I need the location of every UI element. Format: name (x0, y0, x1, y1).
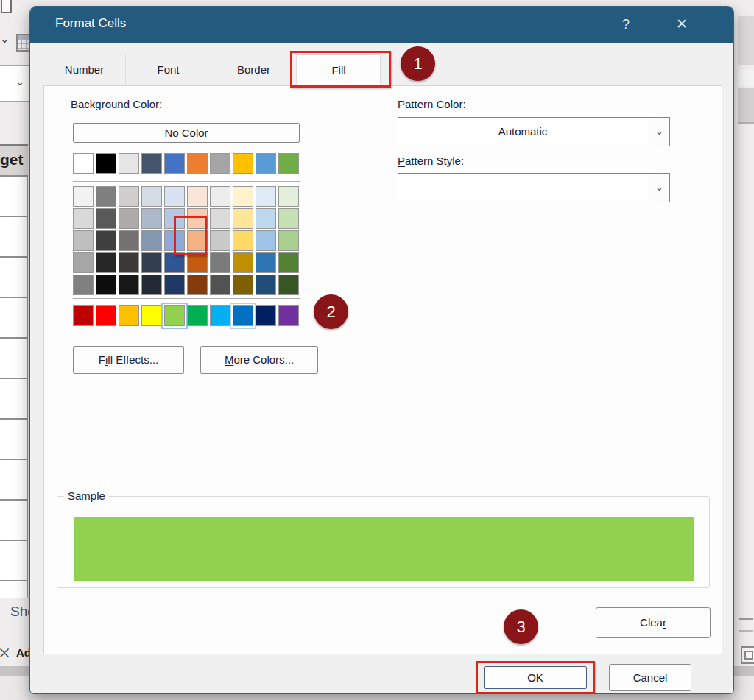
color-swatch[interactable] (141, 230, 162, 251)
color-swatch[interactable] (73, 230, 94, 251)
color-swatch[interactable] (141, 252, 162, 273)
color-swatch[interactable] (141, 208, 162, 229)
color-swatch[interactable] (164, 275, 185, 295)
color-swatch[interactable] (119, 275, 139, 295)
color-swatch[interactable] (119, 153, 139, 174)
color-swatch[interactable] (73, 186, 94, 207)
color-swatch[interactable] (119, 208, 139, 229)
color-swatch[interactable] (256, 305, 276, 326)
color-swatch[interactable] (278, 208, 299, 229)
color-swatch[interactable] (278, 305, 299, 326)
step-badge-3: 3 (504, 609, 538, 644)
color-swatch[interactable] (233, 275, 253, 295)
color-swatch[interactable] (96, 252, 116, 273)
color-swatch[interactable] (187, 275, 208, 295)
scrollbar-fragment[interactable] (739, 618, 753, 620)
color-swatch[interactable] (164, 153, 185, 174)
color-swatch[interactable] (278, 186, 299, 207)
tab-number[interactable]: Number (43, 54, 126, 87)
color-swatch[interactable] (141, 275, 162, 295)
color-swatch[interactable] (233, 305, 253, 326)
color-swatch[interactable] (256, 275, 276, 295)
more-colors-button[interactable]: More Colors... (200, 346, 318, 374)
pattern-style-label: Pattern Style: (398, 155, 464, 167)
color-swatch[interactable] (119, 230, 139, 251)
color-swatch[interactable] (164, 186, 185, 207)
color-swatch[interactable] (210, 208, 230, 229)
color-swatch[interactable] (278, 153, 299, 174)
color-swatch[interactable] (141, 153, 162, 174)
color-swatch[interactable] (278, 275, 299, 295)
color-swatch[interactable] (187, 252, 208, 273)
color-swatch[interactable] (233, 153, 253, 174)
close-icon[interactable]: ✕ (669, 14, 694, 35)
cancel-button[interactable]: Cancel (609, 664, 691, 691)
color-swatch[interactable] (210, 305, 230, 326)
color-swatch[interactable] (96, 153, 116, 174)
color-swatch[interactable] (187, 186, 208, 207)
color-swatch[interactable] (96, 208, 116, 229)
color-swatch[interactable] (210, 153, 230, 174)
format-cells-dialog: Format Cells ? ✕ Number Font Border Fill… (29, 6, 734, 694)
color-swatch[interactable] (73, 305, 94, 326)
color-swatch[interactable] (256, 208, 276, 229)
color-swatch[interactable] (96, 305, 116, 326)
tab-border[interactable]: Border (211, 54, 297, 87)
color-swatch[interactable] (141, 305, 162, 326)
chevron-down-icon[interactable]: ⌄ (0, 32, 10, 46)
color-swatch[interactable] (119, 186, 139, 207)
color-swatch[interactable] (164, 252, 185, 273)
color-swatch[interactable] (73, 153, 94, 174)
color-swatch[interactable] (210, 252, 230, 273)
color-swatch[interactable] (256, 252, 276, 273)
clipboard-icon (1, 0, 12, 13)
color-swatch[interactable] (278, 252, 299, 273)
scrollbar-fragment[interactable] (739, 630, 753, 632)
name-box[interactable]: ⌄ (0, 65, 31, 102)
color-swatch[interactable] (233, 252, 253, 273)
fill-effects-button[interactable]: Fill Effects... (73, 346, 184, 374)
color-swatch[interactable] (256, 230, 276, 251)
chevron-down-icon[interactable]: ⌄ (649, 173, 670, 202)
tab-font[interactable]: Font (126, 54, 211, 87)
color-swatch[interactable] (210, 230, 230, 251)
normal-view-icon[interactable] (741, 646, 754, 664)
color-swatch[interactable] (73, 275, 94, 295)
color-swatch[interactable] (73, 252, 94, 273)
dialog-titlebar[interactable]: Format Cells ? ✕ (30, 7, 733, 43)
color-swatch[interactable] (164, 305, 185, 326)
format-table-icon[interactable] (16, 34, 31, 52)
theme-color-row (73, 153, 303, 174)
color-swatch[interactable] (73, 208, 94, 229)
color-swatch[interactable] (96, 275, 116, 295)
color-swatch[interactable] (141, 186, 162, 207)
chevron-down-icon[interactable]: ⌄ (649, 117, 670, 146)
color-swatch[interactable] (119, 252, 139, 273)
pattern-style-dropdown[interactable]: ⌄ (398, 173, 670, 202)
chevron-down-icon[interactable]: ⌄ (15, 76, 24, 88)
fill-tab-panel: Background Color: No Color Fill Effects.… (43, 85, 722, 654)
header-cell-fragment: get (0, 146, 28, 177)
color-swatch[interactable] (96, 230, 116, 251)
color-swatch[interactable] (233, 230, 253, 251)
color-swatch[interactable] (256, 153, 276, 174)
color-swatch[interactable] (210, 186, 230, 207)
pattern-color-label: Pattern Color: (398, 98, 466, 110)
clear-button[interactable]: Clear (596, 607, 711, 638)
color-swatch[interactable] (187, 305, 208, 326)
color-swatch[interactable] (210, 275, 230, 295)
no-color-button[interactable]: No Color (73, 123, 300, 143)
color-swatch[interactable] (233, 186, 253, 207)
worksheet-grid[interactable] (0, 177, 28, 598)
help-icon[interactable]: ? (613, 14, 638, 35)
color-swatch[interactable] (119, 305, 139, 326)
color-swatch[interactable] (96, 186, 116, 207)
color-swatch[interactable] (187, 153, 208, 174)
pattern-color-dropdown[interactable]: Automatic ⌄ (398, 117, 670, 146)
dialog-title: Format Cells (55, 16, 126, 31)
ribbon-edge-block (738, 70, 754, 86)
color-swatch[interactable] (278, 230, 299, 251)
add-sheet-icon[interactable]: ⤬ (0, 646, 15, 661)
color-swatch[interactable] (233, 208, 253, 229)
color-swatch[interactable] (256, 186, 276, 207)
